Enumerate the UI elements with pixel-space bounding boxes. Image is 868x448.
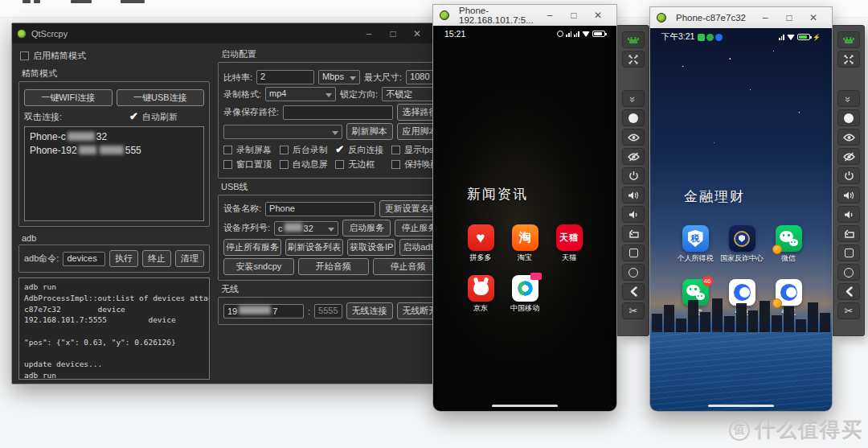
usb-connect-button[interactable]: 一键USB连接 bbox=[117, 89, 205, 106]
volume-down-icon[interactable] bbox=[837, 206, 860, 223]
adb-exec-button[interactable]: 执行 bbox=[109, 250, 138, 267]
fullscreen-icon[interactable] bbox=[622, 51, 645, 68]
scissors-screenshot-icon[interactable]: ✂ bbox=[837, 302, 860, 319]
device-list[interactable]: Phone-c32 Phone-192555 bbox=[24, 126, 204, 221]
home-indicator[interactable] bbox=[492, 405, 558, 407]
clock: 15:21 bbox=[444, 29, 465, 39]
app-china-mobile[interactable]: 中国移动 bbox=[504, 275, 546, 312]
menu-square-icon[interactable] bbox=[622, 245, 645, 261]
enable-simple-mode-checkbox[interactable]: ✔ bbox=[20, 51, 29, 60]
collapse-icon[interactable]: » bbox=[622, 90, 645, 107]
alarm-icon bbox=[557, 31, 563, 37]
wireless-ip-input[interactable]: 197 bbox=[223, 304, 304, 319]
show-fps-checkbox[interactable]: ✔ bbox=[391, 146, 400, 154]
ip-part: 7 bbox=[272, 306, 277, 316]
home-circle-icon[interactable] bbox=[622, 264, 645, 281]
install-sndcpy-button[interactable]: 安装sndcpy bbox=[223, 258, 294, 275]
background-record-checkbox[interactable]: ✔ bbox=[280, 146, 289, 154]
adb-cmd-input[interactable]: devices bbox=[63, 252, 105, 266]
smzdm-logo-icon: 值 bbox=[729, 420, 750, 441]
fullscreen-icon[interactable] bbox=[837, 51, 860, 68]
menu-square-icon[interactable] bbox=[837, 245, 860, 261]
close-button[interactable]: ✕ bbox=[405, 28, 429, 39]
app-pinduoduo[interactable]: ♥ 拼多多 bbox=[460, 224, 502, 261]
close-button[interactable]: ✕ bbox=[801, 12, 825, 23]
record-format-select[interactable]: mp4 bbox=[265, 87, 336, 101]
checkbox-label: 后台录制 bbox=[293, 144, 328, 156]
serial-select[interactable]: c32 bbox=[274, 221, 338, 236]
minimize-button[interactable]: – bbox=[538, 10, 562, 21]
show-screen-eye-icon[interactable] bbox=[622, 129, 645, 146]
device-list-item[interactable]: Phone-c32 bbox=[30, 129, 199, 143]
icon-glyph: 天猫 bbox=[559, 232, 579, 244]
phone1-titlebar[interactable]: Phone-192.168.101.7:5... – □ ✕ bbox=[432, 4, 617, 26]
ip-part: 19 bbox=[227, 306, 237, 316]
close-button[interactable]: ✕ bbox=[586, 10, 610, 21]
maximize-button[interactable]: □ bbox=[381, 28, 405, 39]
app-anti-fraud[interactable]: 国家反诈中心 bbox=[721, 225, 763, 262]
start-audio-button[interactable]: 开始音频 bbox=[298, 258, 369, 275]
back-icon[interactable] bbox=[837, 283, 860, 300]
wireless-port-input[interactable]: 5555 bbox=[314, 304, 342, 319]
adb-log-output[interactable]: adb run AdbProcessImpl::out:List of devi… bbox=[18, 277, 210, 380]
device-list-item[interactable]: Phone-192555 bbox=[30, 143, 199, 157]
phone1-screen[interactable]: 15:21 新闻资讯 ♥ 拼多多 淘 淘宝 天猫 天猫 京东 bbox=[432, 26, 617, 412]
qtscrcpy-titlebar[interactable]: QtScrcpy – □ ✕ bbox=[12, 23, 434, 43]
wifi-connect-button[interactable]: 一键WIFI连接 bbox=[24, 89, 113, 106]
refresh-script-button[interactable]: 刷新脚本 bbox=[346, 123, 393, 140]
app-tax[interactable]: 税 个人所得税 bbox=[674, 225, 716, 262]
minimize-button[interactable]: – bbox=[357, 28, 381, 39]
device-name-input[interactable]: Phone bbox=[265, 202, 375, 216]
back-icon[interactable] bbox=[622, 283, 645, 300]
hide-screen-eye-slash-icon[interactable] bbox=[622, 148, 645, 165]
wireless-connect-button[interactable]: 无线连接 bbox=[346, 302, 393, 319]
maximize-button[interactable]: □ bbox=[562, 10, 586, 21]
bitrate-input[interactable]: 2 bbox=[256, 70, 314, 84]
phone2-titlebar[interactable]: Phone-c87e7c32 – □ ✕ bbox=[649, 6, 833, 28]
scissors-screenshot-icon[interactable]: ✂ bbox=[622, 302, 645, 319]
record-screen-checkbox[interactable]: ✔ bbox=[223, 146, 232, 154]
auto-refresh-checkbox[interactable]: ✔ bbox=[129, 113, 138, 121]
volume-down-icon[interactable] bbox=[622, 206, 645, 223]
adb-kill-button[interactable]: 终止 bbox=[142, 250, 171, 267]
auto-screen-off-checkbox[interactable]: ✔ bbox=[280, 160, 289, 169]
minimize-button[interactable]: – bbox=[753, 12, 777, 23]
refresh-device-list-button[interactable]: 刷新设备列表 bbox=[285, 239, 343, 256]
app-jd[interactable]: 京东 bbox=[460, 275, 502, 312]
adb-clear-button[interactable]: 清理 bbox=[175, 250, 204, 267]
qtscrcpy-app-icon bbox=[657, 13, 666, 23]
always-on-top-checkbox[interactable]: ✔ bbox=[223, 160, 232, 169]
device-name-part: 32 bbox=[96, 131, 107, 142]
screenshot-icon[interactable] bbox=[837, 109, 860, 126]
app-switch-icon[interactable] bbox=[622, 225, 645, 242]
record-path-input[interactable] bbox=[283, 105, 392, 120]
phone2-screen[interactable]: 下午3:21 ⚡ 金融理财 税 个人所得税 国家反诈中心 微信 46 bbox=[649, 28, 833, 412]
maximize-button[interactable]: □ bbox=[777, 12, 801, 23]
hide-screen-eye-slash-icon[interactable] bbox=[837, 148, 860, 165]
get-device-ip-button[interactable]: 获取设备IP bbox=[347, 239, 395, 256]
reverse-connect-checkbox[interactable]: ✔ bbox=[335, 146, 344, 154]
checkbox-label: 窗口置顶 bbox=[236, 158, 272, 171]
volume-up-icon[interactable] bbox=[837, 187, 860, 203]
show-screen-eye-icon[interactable] bbox=[837, 129, 860, 146]
qtscrcpy-logo-icon[interactable] bbox=[622, 31, 645, 48]
qtscrcpy-logo-icon[interactable] bbox=[837, 31, 860, 48]
power-icon[interactable] bbox=[837, 167, 860, 184]
bitrate-unit-select[interactable]: Mbps bbox=[318, 70, 360, 84]
home-circle-icon[interactable] bbox=[837, 264, 860, 281]
app-tmall[interactable]: 天猫 天猫 bbox=[548, 224, 590, 261]
collapse-icon[interactable]: » bbox=[837, 90, 860, 107]
start-service-button[interactable]: 启动服务 bbox=[342, 220, 391, 236]
power-icon[interactable] bbox=[622, 167, 645, 184]
script-select[interactable] bbox=[223, 125, 342, 139]
app-taobao[interactable]: 淘 淘宝 bbox=[504, 224, 546, 261]
screenshot-icon[interactable] bbox=[622, 109, 645, 126]
home-indicator[interactable] bbox=[708, 405, 774, 407]
app-switch-icon[interactable] bbox=[837, 225, 860, 242]
keep-awake-checkbox[interactable]: ✔ bbox=[391, 160, 400, 169]
icon-glyph: 税 bbox=[691, 232, 700, 245]
stop-all-services-button[interactable]: 停止所有服务 bbox=[223, 239, 281, 256]
frameless-checkbox[interactable]: ✔ bbox=[335, 160, 344, 169]
volume-up-icon[interactable] bbox=[622, 187, 645, 203]
app-wechat-1[interactable]: 微信 bbox=[768, 225, 809, 262]
